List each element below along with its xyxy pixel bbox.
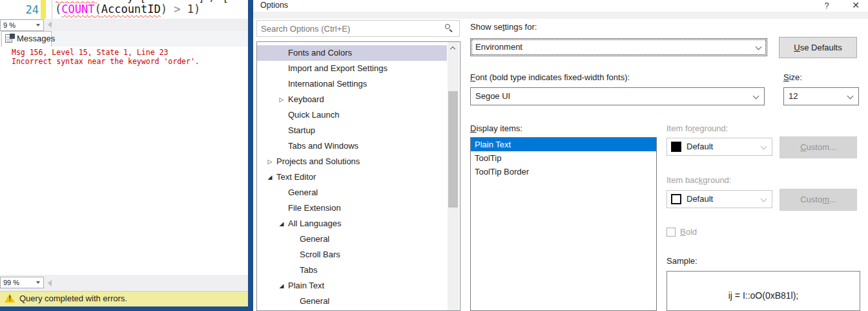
tree-item-scroll-bars[interactable]: Scroll Bars [257, 247, 447, 263]
tree-item-import-export[interactable]: Import and Export Settings [257, 61, 447, 76]
close-icon[interactable]: ✕ [850, 0, 862, 10]
font-combo[interactable]: Segoe UI [470, 87, 765, 105]
scrollbar-thumb[interactable] [448, 91, 458, 208]
chevron-down-icon[interactable] [847, 93, 854, 100]
tree-scrollbar[interactable] [448, 42, 459, 310]
font-label: Font (bold type indicates fixed-width fo… [470, 72, 630, 82]
line-number: 24 [19, 3, 39, 16]
custom-background-button[interactable]: Custom... [780, 189, 857, 211]
code-token-operator: > [167, 3, 187, 16]
tree-item-tabs[interactable]: Tabs [257, 263, 447, 278]
tree-item-keyboard[interactable]: ▷Keyboard [257, 92, 447, 107]
titlebar-divider [253, 12, 868, 19]
tree-item-file-extension[interactable]: File Extension [257, 200, 447, 216]
screen: y [ ] / [ ] 24 (COUNT(AccountID) > 1) 9 … [0, 0, 868, 311]
tree-item-label: General [288, 185, 318, 200]
size-label: Size: [783, 72, 802, 82]
list-item-plain-text[interactable]: Plain Text [471, 138, 656, 151]
display-items-list: Plain Text ToolTip ToolTip Border [470, 137, 657, 311]
bold-checkbox[interactable] [666, 228, 676, 237]
editor-hscroll-strip: 9 % [0, 19, 248, 31]
tree-item-startup[interactable]: Startup [257, 123, 447, 138]
combo-value: Default [687, 194, 713, 204]
tree-item-label: Text Editor [276, 169, 316, 185]
tree-item-fonts-and-colors[interactable]: Fonts and Colors [257, 45, 447, 61]
item-foreground-combo[interactable]: Default [666, 138, 772, 156]
tree-collapsed-icon[interactable]: ▷ [277, 92, 286, 107]
window-edge [248, 0, 253, 311]
tree-item-label: Keyboard [288, 92, 324, 107]
tree-expanded-icon[interactable]: ◢ [277, 278, 286, 294]
tree-item-label: International Settings [288, 76, 367, 92]
size-combo[interactable]: 12 [783, 87, 859, 105]
tree-expanded-icon[interactable]: ◢ [265, 169, 274, 185]
dropdown-arrow-icon[interactable] [36, 24, 40, 27]
chevron-down-icon[interactable] [753, 93, 760, 100]
messages-zoom-value: 99 % [3, 279, 19, 286]
chevron-down-icon[interactable] [761, 144, 767, 150]
combo-value: 12 [789, 91, 798, 101]
search-input[interactable] [261, 23, 435, 34]
tree-item-projects-solutions[interactable]: ▷Projects and Solutions [257, 154, 447, 169]
tree-collapsed-icon[interactable]: ▷ [265, 154, 274, 169]
tree-item-text-editor[interactable]: ◢Text Editor [257, 169, 447, 185]
show-settings-combo[interactable]: Environment [470, 38, 767, 56]
tree-item-label: Startup [288, 123, 315, 138]
messages-pane: Msg 156, Level 15, State 1, Line 23 Inco… [0, 47, 248, 275]
chevron-down-icon[interactable] [756, 44, 762, 50]
tree-item-label: Plain Text [288, 278, 324, 294]
dropdown-arrow-icon[interactable] [36, 281, 40, 284]
code-fragment: / [ [210, 0, 229, 4]
tree-item-label: All Languages [288, 216, 341, 231]
tree-item-general[interactable]: General [257, 185, 447, 200]
sample-text: ij = I::oO(0xB81l); [728, 290, 799, 301]
editor-zoom-combo[interactable]: 9 % [0, 19, 44, 31]
tree-item-label: General [300, 231, 329, 247]
tree-item-general[interactable]: General [257, 231, 447, 247]
scroll-up-icon[interactable] [450, 47, 455, 52]
show-settings-label: Show settings for: [470, 22, 537, 32]
tree-item-label: Quick Launch [288, 107, 340, 123]
messages-hscroll-strip: 99 % [0, 275, 248, 291]
error-message-line: Msg 156, Level 15, State 1, Line 23 [12, 48, 168, 57]
sample-label: Sample: [666, 256, 698, 266]
change-tracking-bar [41, 0, 46, 19]
tree-item-label: File Extension [288, 200, 341, 216]
tree-expanded-icon[interactable]: ◢ [277, 216, 286, 231]
scroll-left-icon[interactable] [48, 280, 52, 286]
tree-item-label: Tabs and Windows [288, 138, 358, 154]
tree-item-general[interactable]: General [257, 294, 447, 309]
tree-item-all-languages[interactable]: ◢All Languages [257, 216, 447, 231]
chevron-down-icon[interactable] [761, 196, 767, 202]
display-items-label: Display items: [470, 123, 522, 133]
error-message-line: Incorrect syntax near the keyword 'order… [12, 57, 200, 66]
tree-item-label: Projects and Solutions [276, 154, 360, 169]
scroll-left-icon[interactable] [48, 21, 52, 28]
help-icon[interactable]: ? [822, 1, 832, 10]
tree-item-tabs-and-windows[interactable]: Tabs and Windows [257, 138, 447, 154]
code-token: ) [161, 3, 167, 16]
use-defaults-button[interactable]: Use Defaults [779, 37, 857, 58]
custom-foreground-button[interactable]: Custom... [780, 136, 857, 158]
ssms-background-window: y [ ] / [ ] 24 (COUNT(AccountID) > 1) 9 … [0, 0, 248, 311]
tree-item-quick-launch[interactable]: Quick Launch [257, 107, 447, 123]
item-background-combo[interactable]: Default [666, 190, 772, 208]
messages-zoom-combo[interactable]: 99 % [0, 277, 44, 288]
item-foreground-label: Item foreground: [666, 123, 728, 133]
code-token-function: COUNT [61, 3, 94, 16]
bold-label: Bold [680, 227, 697, 237]
indent-guide [52, 0, 52, 19]
warning-icon: ! [5, 294, 16, 304]
code-line-24: (COUNT(AccountID) > 1) [55, 3, 200, 16]
options-tree: Fonts and Colors Import and Export Setti… [256, 41, 460, 311]
list-item-tooltip-border[interactable]: ToolTip Border [471, 165, 656, 178]
search-icon[interactable] [445, 24, 453, 32]
combo-value: Environment [475, 42, 522, 52]
tree-item-international[interactable]: International Settings [257, 76, 447, 92]
search-options-box[interactable] [256, 20, 460, 37]
list-item-tooltip[interactable]: ToolTip [471, 151, 656, 165]
status-bar [0, 306, 248, 311]
code-token-identifier: AccountID [101, 3, 161, 16]
foreground-color-swatch [671, 142, 681, 152]
tree-item-plain-text[interactable]: ◢Plain Text [257, 278, 447, 294]
